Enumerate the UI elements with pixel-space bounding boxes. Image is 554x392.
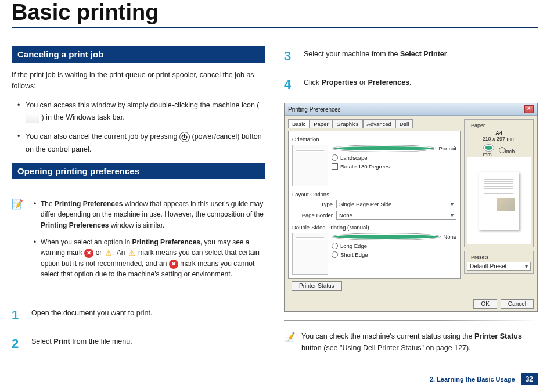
steps-left: 1 Open the document you want to print. 2… xyxy=(12,305,265,354)
printing-preferences-dialog: Printing Preferences ✕ Basic Paper Graph… xyxy=(284,103,538,312)
select-border[interactable]: None xyxy=(336,211,456,220)
note-item-1: The Printing Preferences window that app… xyxy=(34,199,265,231)
step-2: 2 Select Print from the file menu. xyxy=(12,333,265,354)
cancel-intro: If the print job is waiting in the print… xyxy=(12,70,265,92)
cancel-bullet-1: You can access this window by simply dou… xyxy=(17,99,265,124)
section-heading-cancel: Canceling a print job xyxy=(12,46,265,63)
radio-landscape[interactable]: Landscape xyxy=(332,154,456,161)
step-3: 3 Select your machine from the Select Pr… xyxy=(284,46,538,66)
section-heading-prefs: Opening printing preferences xyxy=(12,163,265,179)
layout-label: Layout Options xyxy=(292,191,456,197)
steps-right: 3 Select your machine from the Select Pr… xyxy=(284,46,538,95)
page-title: Basic printing xyxy=(12,0,538,28)
dialog-tabs: Basic Paper Graphics Advanced Dell xyxy=(288,119,461,128)
cancel-bullet-2: You can also cancel the current job by p… xyxy=(17,131,265,156)
printer-icon xyxy=(26,113,39,123)
duplex-label: Double-Sided Printing (Manual) xyxy=(292,224,456,231)
radio-inch[interactable]: inch xyxy=(499,147,515,154)
step-4: 4 Click Properties or Preferences. xyxy=(284,74,538,95)
select-type[interactable]: Single Page Per Side xyxy=(336,200,456,208)
step-1: 1 Open the document you want to print. xyxy=(12,305,265,325)
step-number: 3 xyxy=(284,46,296,66)
page-preview xyxy=(467,157,531,244)
cancel-button[interactable]: Cancel xyxy=(501,299,534,309)
select-preset[interactable]: Default Preset xyxy=(467,262,531,271)
warning-icon-2: ⚠ xyxy=(127,249,136,258)
warning-icon: ⚠ xyxy=(104,249,113,258)
radio-short-edge[interactable]: Short Edge xyxy=(332,251,456,258)
step-number: 2 xyxy=(12,333,23,354)
tab-graphics[interactable]: Graphics xyxy=(333,119,363,128)
step-number: 4 xyxy=(284,74,296,95)
radio-mm[interactable]: mm xyxy=(483,144,494,157)
tab-basic[interactable]: Basic xyxy=(288,119,310,128)
note-item-2: When you select an option in Printing Pr… xyxy=(34,237,265,280)
radio-long-edge[interactable]: Long Edge xyxy=(332,243,456,249)
cancel-list: You can access this window by simply dou… xyxy=(12,99,265,156)
presets-fieldset: Presets Default Preset xyxy=(464,251,534,274)
note-icon: 📝 xyxy=(284,331,296,354)
radio-portrait[interactable]: Portrait xyxy=(332,145,456,152)
chapter-label: 2. Learning the Basic Usage xyxy=(430,376,515,383)
tab-dell[interactable]: Dell xyxy=(395,119,413,128)
note-box-prefs: 📝 The Printing Preferences window that a… xyxy=(12,199,265,286)
close-icon[interactable]: ✕ xyxy=(524,105,534,113)
step-number: 1 xyxy=(12,305,23,325)
note-box-status: 📝 You can check the machine's current st… xyxy=(284,331,538,354)
page-number: 32 xyxy=(521,373,538,385)
tab-paper[interactable]: Paper xyxy=(310,119,332,128)
divider xyxy=(284,320,538,321)
page-footer: 2. Learning the Basic Usage 32 xyxy=(430,373,538,385)
paper-fieldset: Paper A4210 x 297 mm mm inch xyxy=(464,119,534,247)
duplex-preview xyxy=(292,233,328,275)
divider xyxy=(12,294,265,294)
radio-none[interactable]: None xyxy=(332,233,456,240)
dialog-title: Printing Preferences xyxy=(288,106,341,113)
note-icon: 📝 xyxy=(12,199,23,286)
divider xyxy=(12,188,265,188)
error-icon-2: ✕ xyxy=(169,260,178,269)
ok-button[interactable]: OK xyxy=(473,299,497,309)
divider xyxy=(284,362,538,362)
printer-status-button[interactable]: Printer Status xyxy=(292,281,342,291)
power-icon: ⏻ xyxy=(179,132,190,142)
error-icon: ✕ xyxy=(84,249,93,258)
orientation-label: Orientation xyxy=(292,136,456,142)
orientation-preview xyxy=(292,145,328,186)
left-column: Canceling a print job If the print job i… xyxy=(12,46,265,373)
checkbox-rotate[interactable]: Rotate 180 Degrees xyxy=(332,163,456,170)
right-column: 3 Select your machine from the Select Pr… xyxy=(284,46,538,373)
tab-advanced[interactable]: Advanced xyxy=(363,119,395,128)
